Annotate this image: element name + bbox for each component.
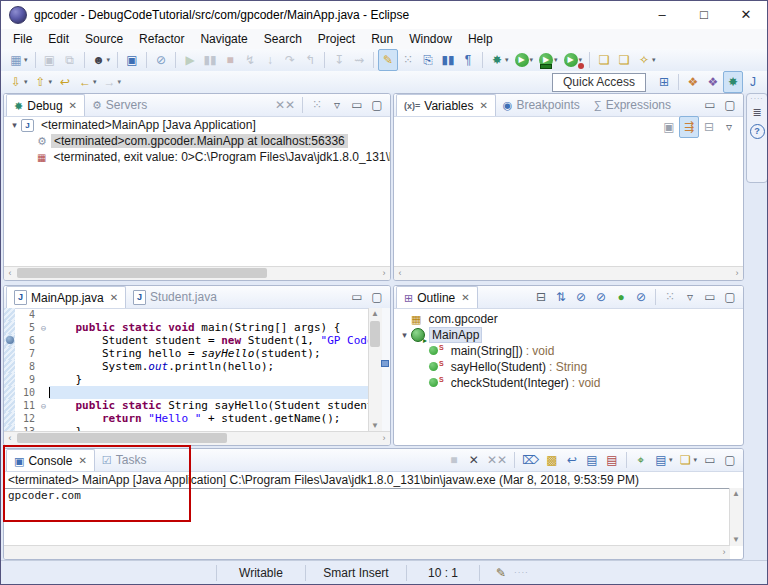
code-line[interactable]: 12 return "Hello " + student.getName(); bbox=[4, 412, 377, 425]
view-menu-button[interactable]: ▿ bbox=[719, 116, 739, 138]
menu-file[interactable]: File bbox=[5, 32, 40, 46]
scroll-up-arrow[interactable]: ▲ bbox=[730, 488, 742, 500]
breakpoint-gutter[interactable] bbox=[4, 334, 15, 347]
scroll-down-arrow[interactable]: ▼ bbox=[730, 534, 742, 546]
debug-hscrollbar[interactable]: ‹ › bbox=[4, 266, 390, 280]
close-tab-icon[interactable]: ✕ bbox=[110, 292, 118, 303]
tab-expressions[interactable]: ∑Expressions bbox=[587, 95, 678, 116]
resume-button[interactable]: ▶ bbox=[180, 49, 200, 71]
perspective-java-button[interactable]: J bbox=[743, 71, 763, 93]
code-editor[interactable]: 45⊖ public static void main(String[] arg… bbox=[4, 308, 377, 432]
open-perspective-button[interactable]: ⊞ bbox=[654, 71, 674, 93]
breakpoint-gutter[interactable] bbox=[4, 321, 15, 334]
menu-refactor[interactable]: Refactor bbox=[131, 32, 192, 46]
open-task-button[interactable]: ⎘ bbox=[418, 49, 438, 71]
coverage-button[interactable]: ▶▾ bbox=[536, 49, 561, 71]
pin-console-button[interactable]: ⌖ bbox=[631, 449, 651, 471]
console-vscrollbar[interactable]: ▲ ▼ bbox=[729, 488, 743, 546]
console-output[interactable]: gpcoder.com bbox=[4, 488, 730, 546]
quick-access-box[interactable]: Quick Access bbox=[552, 73, 646, 92]
editor-hscrollbar[interactable]: ‹ › bbox=[4, 431, 390, 445]
code-line[interactable]: 4 bbox=[4, 308, 377, 321]
view-menu-button[interactable]: ▿ bbox=[327, 94, 347, 116]
remove-all-terminated-button[interactable]: ✕✕ bbox=[272, 94, 298, 116]
menu-help[interactable]: Help bbox=[460, 32, 501, 46]
tab-debug[interactable]: ✸Debug✕ bbox=[6, 94, 85, 116]
close-tab-icon[interactable]: ✕ bbox=[479, 100, 487, 111]
scroll-left-arrow[interactable]: ‹ bbox=[394, 267, 406, 279]
breakpoint-gutter[interactable] bbox=[4, 347, 15, 360]
hide-local-types-button[interactable]: ⊘ bbox=[631, 286, 651, 308]
perspective-team-button[interactable]: ❖ bbox=[683, 71, 703, 93]
save-all-button[interactable]: ⧉ bbox=[60, 49, 80, 71]
scroll-right-arrow[interactable]: › bbox=[718, 546, 730, 558]
console-hscrollbar[interactable]: › bbox=[4, 545, 730, 559]
word-wrap-button[interactable]: ↩ bbox=[562, 449, 582, 471]
code-line[interactable]: 6 Student student = new Student(1, "GP C… bbox=[4, 334, 377, 347]
clear-console-button[interactable]: ⌦ bbox=[519, 449, 542, 471]
new-wizard-button[interactable]: ▦▾ bbox=[6, 49, 31, 71]
maximize-button[interactable]: ▢ bbox=[367, 286, 387, 308]
tab-student-java[interactable]: JStudent.java bbox=[126, 287, 224, 308]
hide-fields-button[interactable]: ⊘ bbox=[571, 286, 591, 308]
menu-navigate[interactable]: Navigate bbox=[192, 32, 255, 46]
step-over-button[interactable]: ↷ bbox=[280, 49, 300, 71]
minimize-button[interactable]: ▭ bbox=[700, 286, 720, 308]
step-return-button[interactable]: ↰ bbox=[300, 49, 320, 71]
maximize-button[interactable]: ▢ bbox=[720, 449, 740, 471]
menu-project[interactable]: Project bbox=[310, 32, 363, 46]
show-logical-structures-button[interactable]: ⇶ bbox=[679, 116, 699, 138]
variables-hscrollbar[interactable]: ‹ › bbox=[394, 266, 743, 280]
minimize-window-button[interactable]: – bbox=[641, 1, 683, 29]
perspective-debug-button[interactable]: ✸ bbox=[723, 71, 743, 93]
tab-mainapp-java[interactable]: JMainApp.java✕ bbox=[6, 286, 126, 308]
scroll-thumb[interactable] bbox=[17, 433, 227, 443]
show-whitespace-button[interactable]: ¶ bbox=[458, 49, 478, 71]
outline-menu-dots-button[interactable]: ⁙ bbox=[660, 286, 680, 308]
debug-tree-item[interactable]: ⚙<terminated>com.gpcoder.MainApp at loca… bbox=[4, 133, 390, 149]
open-console-button[interactable]: ❏▾ bbox=[675, 449, 700, 471]
back-to-editor-button[interactable]: ↩ bbox=[55, 71, 75, 93]
remove-launch-button[interactable]: ✕ bbox=[464, 449, 484, 471]
breakpoint-gutter[interactable] bbox=[4, 386, 15, 399]
show-stderr-button[interactable]: ▤ bbox=[602, 449, 622, 471]
terminate-button[interactable]: ■ bbox=[444, 449, 464, 471]
user-profile-button[interactable]: ☻▾ bbox=[89, 49, 114, 71]
tab-breakpoints[interactable]: ◉Breakpoints bbox=[496, 95, 587, 116]
collapse-all-button[interactable]: ⊟ bbox=[531, 286, 551, 308]
search-button[interactable]: ✧▾ bbox=[634, 49, 659, 71]
step-into-button[interactable]: ↓ bbox=[260, 49, 280, 71]
forward-button[interactable]: →▾ bbox=[100, 71, 125, 93]
debug-tree-item[interactable]: ▾J<terminated>MainApp [Java Application] bbox=[4, 117, 390, 133]
breakpoint-gutter[interactable] bbox=[4, 399, 15, 412]
scroll-right-arrow[interactable]: › bbox=[378, 267, 390, 279]
code-line[interactable]: 5⊖ public static void main(String[] args… bbox=[4, 321, 377, 334]
save-button[interactable]: ▣ bbox=[40, 49, 60, 71]
perspective-javaee-button[interactable]: ❖ bbox=[703, 71, 723, 93]
terminate-button[interactable]: ■ bbox=[220, 49, 240, 71]
fold-marker-icon[interactable]: ⊖ bbox=[38, 401, 49, 411]
mark-occurrences-button[interactable]: ✎ bbox=[378, 49, 398, 71]
maximize-button[interactable]: ▢ bbox=[720, 94, 740, 116]
scroll-left-arrow[interactable]: ‹ bbox=[4, 267, 16, 279]
run-button[interactable]: ▶▾ bbox=[512, 49, 537, 71]
menu-window[interactable]: Window bbox=[401, 32, 460, 46]
breakpoint-gutter[interactable] bbox=[4, 360, 15, 373]
drop-to-frame-button[interactable]: ↧ bbox=[329, 49, 349, 71]
code-line[interactable]: 8 System.out.println(hello); bbox=[4, 360, 377, 373]
debug-tree-item[interactable]: ▦<terminated, exit value: 0>C:\Program F… bbox=[4, 149, 390, 165]
tab-console[interactable]: ▣Console✕ bbox=[6, 449, 95, 471]
open-resource-button[interactable]: ❏ bbox=[614, 49, 634, 71]
close-tab-icon[interactable]: ✕ bbox=[78, 455, 86, 466]
menu-source[interactable]: Source bbox=[77, 32, 131, 46]
close-tab-icon[interactable]: ✕ bbox=[69, 100, 77, 111]
help-fastview-icon[interactable]: ? bbox=[750, 124, 765, 139]
view-menu-button[interactable]: ▿ bbox=[680, 286, 700, 308]
scroll-thumb[interactable] bbox=[370, 321, 380, 347]
maximize-button[interactable]: ▢ bbox=[367, 94, 387, 116]
disconnect-button[interactable]: ↯ bbox=[240, 49, 260, 71]
go-to-next-annotation-button[interactable]: ⇧▾ bbox=[31, 71, 56, 93]
scroll-left-arrow[interactable]: ‹ bbox=[4, 432, 16, 444]
fastview-handle[interactable]: ···· bbox=[750, 96, 763, 101]
back-button[interactable]: ←▾ bbox=[75, 71, 100, 93]
